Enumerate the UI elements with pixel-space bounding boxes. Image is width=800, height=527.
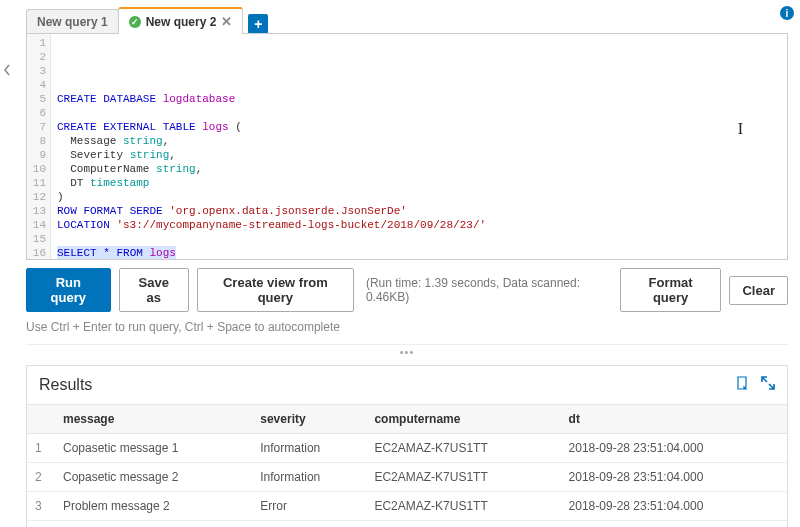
collapse-sidebar-handle[interactable] xyxy=(0,50,14,90)
table-cell: Copasetic message 2 xyxy=(55,463,252,492)
save-as-button[interactable]: Save as xyxy=(119,268,189,312)
tab-query-1[interactable]: New query 1 xyxy=(26,9,119,34)
table-cell: 1 xyxy=(27,434,55,463)
table-cell: Copasetic message 1 xyxy=(55,434,252,463)
close-icon[interactable]: ✕ xyxy=(221,14,232,29)
column-header[interactable] xyxy=(27,405,55,434)
table-cell: Problem message 2 xyxy=(55,492,252,521)
results-table: messageseveritycomputernamedt 1Copasetic… xyxy=(27,404,787,527)
table-cell: 2 xyxy=(27,463,55,492)
create-view-button[interactable]: Create view from query xyxy=(197,268,354,312)
resize-grip[interactable]: ••• xyxy=(26,344,788,359)
table-row[interactable]: 2Copasetic message 2InformationEC2AMAZ-K… xyxy=(27,463,787,492)
table-cell: EC2AMAZ-K7US1TT xyxy=(366,434,560,463)
column-header[interactable]: message xyxy=(55,405,252,434)
success-icon: ✓ xyxy=(129,16,141,28)
table-cell: Information xyxy=(252,521,366,528)
add-tab-button[interactable]: + xyxy=(248,14,268,34)
table-row[interactable]: 4Copasetic message 3InformationEC2AMAZ-K… xyxy=(27,521,787,528)
keyboard-hint: Use Ctrl + Enter to run query, Ctrl + Sp… xyxy=(26,320,788,334)
column-header[interactable]: dt xyxy=(561,405,787,434)
download-icon[interactable] xyxy=(735,376,749,394)
clear-button[interactable]: Clear xyxy=(729,276,788,305)
results-title: Results xyxy=(39,376,92,394)
table-cell: Information xyxy=(252,434,366,463)
table-row[interactable]: 1Copasetic message 1InformationEC2AMAZ-K… xyxy=(27,434,787,463)
table-cell: 4 xyxy=(27,521,55,528)
table-cell: 3 xyxy=(27,492,55,521)
table-row[interactable]: 3Problem message 2ErrorEC2AMAZ-K7US1TT20… xyxy=(27,492,787,521)
table-cell: Copasetic message 3 xyxy=(55,521,252,528)
tab-query-2[interactable]: ✓ New query 2 ✕ xyxy=(118,7,244,34)
table-cell: 2018-09-28 23:51:04.000 xyxy=(561,521,787,528)
run-query-button[interactable]: Run query xyxy=(26,268,111,312)
table-cell: 2018-09-28 23:51:04.000 xyxy=(561,434,787,463)
table-cell: 2018-09-28 23:51:04.000 xyxy=(561,492,787,521)
column-header[interactable]: severity xyxy=(252,405,366,434)
line-gutter: 1 2 3 4 5 6 7 8 9 10 11 12 13 14 15 16 xyxy=(27,34,51,259)
format-query-button[interactable]: Format query xyxy=(620,268,722,312)
table-cell: EC2AMAZ-K7US1TT xyxy=(366,521,560,528)
column-header[interactable]: computername xyxy=(366,405,560,434)
table-cell: EC2AMAZ-K7US1TT xyxy=(366,463,560,492)
table-cell: Error xyxy=(252,492,366,521)
query-tabs: New query 1 ✓ New query 2 ✕ + xyxy=(26,6,788,34)
table-cell: 2018-09-28 23:51:04.000 xyxy=(561,463,787,492)
table-cell: Information xyxy=(252,463,366,492)
tab-label: New query 1 xyxy=(37,15,108,29)
table-cell: EC2AMAZ-K7US1TT xyxy=(366,492,560,521)
run-stats: (Run time: 1.39 seconds, Data scanned: 0… xyxy=(366,276,604,304)
tab-label: New query 2 xyxy=(146,15,217,29)
text-cursor-icon: I xyxy=(738,122,743,136)
expand-icon[interactable] xyxy=(761,376,775,394)
code-area[interactable]: I CREATE DATABASE logdatabase CREATE EXT… xyxy=(51,34,787,259)
editor-toolbar: Run query Save as Create view from query… xyxy=(26,260,788,318)
sql-editor[interactable]: 1 2 3 4 5 6 7 8 9 10 11 12 13 14 15 16 I… xyxy=(26,33,788,260)
results-panel: Results messageseveritycomputernamedt 1C… xyxy=(26,365,788,527)
